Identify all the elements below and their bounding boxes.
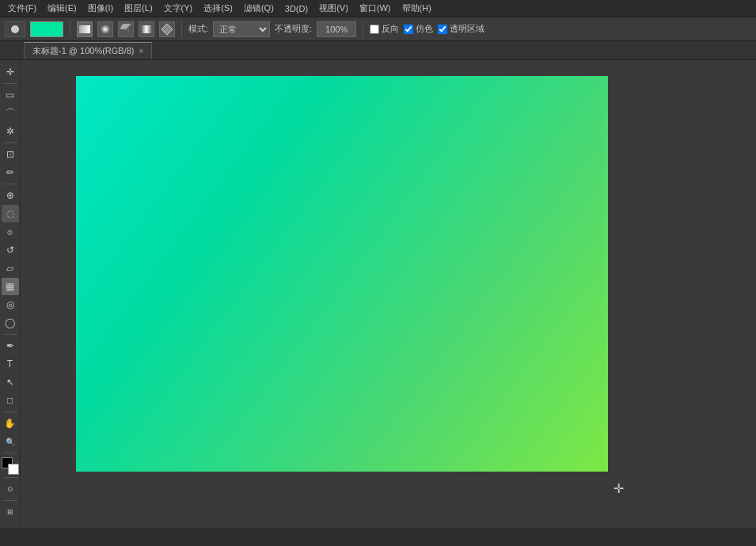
angle-gradient-btn[interactable] — [118, 21, 134, 37]
eyedropper-btn[interactable]: ✏ — [2, 164, 19, 181]
stamp-btn[interactable]: ⌾ — [2, 223, 19, 241]
screen-mode-btn[interactable]: ⊞ — [2, 503, 19, 521]
tool-preset-icon[interactable] — [5, 21, 25, 37]
divider-3 — [363, 21, 363, 37]
magic-wand-btn[interactable]: ✲ — [2, 123, 19, 140]
linear-gradient-btn[interactable] — [77, 21, 93, 37]
mode-select[interactable]: 正常 溶解 正片叠底 — [213, 21, 270, 37]
menu-image[interactable]: 图像(I) — [83, 1, 118, 16]
home-icon — [9, 24, 21, 35]
divider-1 — [70, 21, 70, 37]
divider-2 — [181, 21, 182, 37]
canvas-area: ✛ — [21, 60, 756, 529]
canvas-container: ✛ — [76, 76, 608, 472]
hand-btn[interactable]: ✋ — [2, 415, 19, 432]
dodge-btn[interactable]: ◯ — [2, 314, 19, 332]
menu-3d[interactable]: 3D(D) — [280, 2, 313, 15]
svg-marker-4 — [161, 24, 173, 35]
menu-text[interactable]: 文字(Y) — [159, 1, 198, 16]
svg-rect-1 — [79, 25, 90, 33]
tool-sep-4 — [3, 334, 17, 335]
menu-filter[interactable]: 滤镜(Q) — [239, 1, 279, 16]
zoom-btn[interactable]: 🔍 — [2, 433, 19, 450]
menu-layer[interactable]: 图层(L) — [120, 1, 157, 16]
left-toolbar: ✛ ▭ ⌒ ✲ ⊡ ✏ ⊕ ◌ ⌾ ↺ ▱ ▦ ◎ ◯ ✒ T ↖ □ ✋ 🔍 — [0, 60, 21, 529]
rectangle-select-btn[interactable]: ▭ — [2, 86, 19, 104]
workspace: ✛ ▭ ⌒ ✲ ⊡ ✏ ⊕ ◌ ⌾ ↺ ▱ ▦ ◎ ◯ ✒ T ↖ □ ✋ 🔍 — [0, 60, 756, 529]
svg-rect-3 — [141, 25, 152, 33]
crop-btn[interactable]: ⊡ — [2, 146, 19, 163]
crosshair-icon: ✛ — [614, 483, 624, 495]
shape-btn[interactable]: □ — [2, 392, 19, 409]
radial-gradient-btn[interactable] — [97, 21, 113, 37]
menu-file[interactable]: 文件(F) — [3, 1, 41, 16]
transparency-label: 透明区域 — [450, 23, 484, 35]
menu-help[interactable]: 帮助(H) — [397, 1, 436, 16]
tool-sep-6 — [3, 453, 17, 453]
menu-window[interactable]: 窗口(W) — [355, 1, 396, 16]
document-tab[interactable]: 未标题-1 @ 100%(RGB/8) × — [24, 42, 152, 59]
menu-edit[interactable]: 编辑(E) — [43, 1, 82, 16]
document-canvas[interactable] — [76, 76, 608, 472]
main-area: 未标题-1 @ 100%(RGB/8) × ✛ ▭ ⌒ ✲ ⊡ ✏ ⊕ ◌ ⌾ … — [0, 41, 756, 529]
tool-sep-5 — [3, 411, 17, 412]
options-bar: 模式: 正常 溶解 正片叠底 不透明度: 反向 仿色 透明区域 — [0, 17, 756, 41]
reverse-group: 反向 — [370, 23, 399, 35]
background-color[interactable] — [8, 464, 19, 475]
eraser-btn[interactable]: ▱ — [2, 260, 19, 277]
reflected-gradient-btn[interactable] — [139, 21, 154, 37]
status-bar — [0, 529, 756, 546]
path-select-btn[interactable]: ↖ — [2, 373, 19, 391]
dither-group: 仿色 — [404, 23, 433, 35]
gradient-btn[interactable]: ▦ — [2, 278, 19, 295]
blur-btn[interactable]: ◎ — [2, 296, 19, 313]
svg-point-0 — [11, 25, 19, 33]
menu-bar: 文件(F) 编辑(E) 图像(I) 图层(L) 文字(Y) 选择(S) 滤镜(Q… — [0, 0, 756, 17]
opacity-label: 不透明度: — [275, 23, 312, 35]
opacity-input[interactable] — [317, 21, 356, 37]
history-brush-btn[interactable]: ↺ — [2, 241, 19, 259]
tool-sep-1 — [3, 83, 17, 84]
tab-bar: 未标题-1 @ 100%(RGB/8) × — [0, 41, 756, 60]
gradient-color-swatch[interactable] — [30, 21, 63, 37]
menu-select[interactable]: 选择(S) — [199, 1, 237, 16]
pen-btn[interactable]: ✒ — [2, 337, 19, 355]
transparency-checkbox[interactable] — [438, 25, 447, 34]
tab-close-btn[interactable]: × — [139, 47, 144, 55]
dither-label: 仿色 — [416, 23, 433, 35]
tool-sep-2 — [3, 142, 17, 143]
tab-title: 未标题-1 @ 100%(RGB/8) — [32, 45, 135, 57]
reverse-label: 反向 — [382, 23, 399, 35]
diamond-gradient-btn[interactable] — [159, 21, 175, 37]
menu-view[interactable]: 视图(V) — [314, 1, 353, 16]
quick-mask-btn[interactable]: ⊙ — [2, 480, 19, 498]
tool-sep-3 — [3, 184, 17, 184]
brush-btn[interactable]: ◌ — [2, 205, 19, 222]
mode-label: 模式: — [188, 23, 208, 35]
text-btn[interactable]: T — [2, 355, 19, 373]
reverse-checkbox[interactable] — [370, 25, 379, 34]
color-swatches[interactable] — [2, 457, 19, 475]
move-tool-btn[interactable]: ✛ — [2, 63, 19, 81]
transparency-group: 透明区域 — [438, 23, 484, 35]
svg-point-2 — [101, 25, 110, 34]
healing-btn[interactable]: ⊕ — [2, 187, 19, 204]
lasso-btn[interactable]: ⌒ — [2, 104, 19, 122]
dither-checkbox[interactable] — [404, 25, 413, 34]
tool-sep-8 — [3, 500, 17, 501]
tool-sep-7 — [3, 477, 17, 478]
